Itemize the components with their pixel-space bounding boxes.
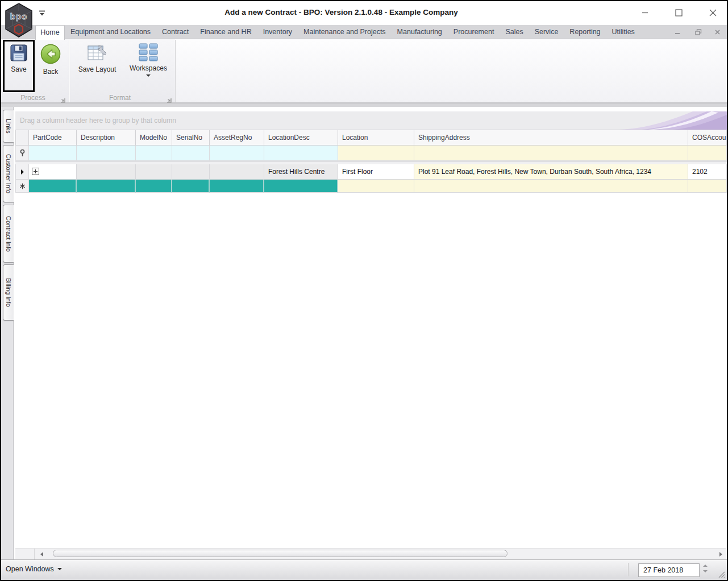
new-cell-location[interactable] [338,180,414,193]
close-button[interactable] [701,5,724,20]
tab-procurement[interactable]: Procurement [448,25,500,39]
app-window: bpo Add a new Contract - BPO: Version 2.… [0,0,728,581]
maximize-button[interactable] [667,5,690,20]
column-header-partcode[interactable]: PartCode [29,130,77,146]
ribbon: Save Back Save Layout [1,39,727,103]
back-button[interactable]: Back [35,41,66,76]
cell-cosaccount[interactable]: 2102 [688,164,727,180]
sidebar-tab-customer-info[interactable]: Customer Info [3,145,14,202]
bpo-logo-text: bpo [10,11,28,21]
ribbon-bottom-edge [1,103,727,107]
column-header-description[interactable]: Description [77,130,136,146]
sidebar-tab-links[interactable]: Links [3,110,14,143]
cell-location[interactable]: First Floor [338,164,414,180]
document-close-button[interactable] [712,25,723,39]
new-cell-shippingaddress[interactable] [414,180,688,193]
sidebar-tab-billing-info[interactable]: Billing Info [3,264,14,321]
tab-utilities[interactable]: Utilities [606,25,640,39]
tab-contract[interactable]: Contract [156,25,194,39]
new-cell-description[interactable] [77,180,136,193]
filter-cell-partcode[interactable] [29,146,77,161]
save-button-label: Save [11,65,26,73]
current-row-arrow-icon [20,169,24,175]
open-windows-label: Open Windows [6,565,54,573]
column-header-modelno[interactable]: ModelNo [136,130,172,146]
column-header-locationdesc[interactable]: LocationDesc [264,130,338,146]
scrollbar-right-arrow[interactable] [719,552,722,557]
document-restore-icon [695,29,702,35]
back-button-label: Back [43,68,59,76]
tab-sales[interactable]: Sales [500,25,529,39]
quick-access-dropdown-icon[interactable] [38,9,46,16]
new-item-row [15,180,727,193]
format-dialog-launcher-icon[interactable] [167,95,172,100]
new-cell-modelno[interactable] [136,180,172,193]
tab-manufacturing[interactable]: Manufacturing [392,25,448,39]
cell-assetregno[interactable] [210,164,264,180]
column-header-serialno[interactable]: SerialNo [172,130,210,146]
filter-cell-description[interactable] [77,146,136,161]
new-cell-cosaccount[interactable] [688,180,727,193]
tab-reporting[interactable]: Reporting [564,25,606,39]
new-cell-locationdesc[interactable] [264,180,338,193]
filter-cell-cosaccount[interactable] [688,146,727,161]
maximize-icon [675,9,683,16]
filter-cell-shippingaddress[interactable] [414,146,688,161]
ribbon-tab-list: Equipment and Locations Contract Finance… [65,25,663,39]
save-layout-button[interactable]: Save Layout [73,41,121,73]
new-cell-serialno[interactable] [172,180,210,193]
save-button[interactable]: Save [5,41,33,73]
spinner-up-icon[interactable] [703,565,708,567]
filter-row-indicator-cell [15,146,29,161]
document-restore-button[interactable] [691,25,706,39]
panel-swoosh-decoration [619,111,727,130]
tab-home[interactable]: Home [35,25,65,40]
column-header-cosaccount[interactable]: COSAccount [688,130,727,146]
column-header-shippingaddress[interactable]: ShippingAddress [414,130,688,146]
new-cell-partcode[interactable] [29,180,77,193]
date-field[interactable]: 27 Feb 2018 [638,563,700,577]
filter-cell-assetregno[interactable] [210,146,264,161]
grid-header-row: PartCode Description ModelNo SerialNo As… [15,130,727,146]
title-bar: bpo Add a new Contract - BPO: Version 2.… [1,1,727,25]
tab-maintenance-and-projects[interactable]: Maintenance and Projects [298,25,392,39]
cell-shippingaddress[interactable]: Plot 91 Leaf Road, Forest Hills, New Tow… [414,164,688,180]
filter-cell-locationdesc[interactable] [264,146,338,161]
grid-filter-row [15,146,727,161]
close-icon [709,9,717,16]
chevron-down-icon [146,74,151,77]
spinner-down-icon[interactable] [703,570,708,572]
horizontal-scrollbar[interactable] [15,548,726,559]
tab-inventory[interactable]: Inventory [257,25,298,39]
cell-description[interactable] [77,164,136,180]
tab-service[interactable]: Service [529,25,564,39]
tab-finance-and-hr[interactable]: Finance and HR [194,25,257,39]
save-layout-icon [87,43,107,63]
filter-cell-modelno[interactable] [136,146,172,161]
scrollbar-left-arrow[interactable] [40,552,43,557]
ribbon-tab-bar: Home Equipment and Locations Contract Fi… [1,25,727,39]
document-minimize-button[interactable] [672,25,683,39]
cell-modelno[interactable] [136,164,172,180]
process-group-label: Process [1,94,65,102]
workspaces-button[interactable]: Workspaces [122,41,174,77]
tab-equipment-and-locations[interactable]: Equipment and Locations [65,25,156,39]
group-by-panel[interactable]: Drag a column header here to group by th… [15,111,727,130]
new-cell-assetregno[interactable] [210,180,264,193]
cell-serialno[interactable] [172,164,210,180]
sidebar-tab-contract-info[interactable]: Contract Info [3,205,14,263]
column-header-assetregno[interactable]: AssetRegNo [210,130,264,146]
equipment-grid: Drag a column header here to group by th… [14,107,727,561]
cell-locationdesc[interactable]: Forest Hills Centre [264,164,338,180]
resize-grip-icon[interactable] [718,571,725,578]
filter-cell-location[interactable] [338,146,414,161]
row-expand-icon[interactable] [32,168,39,175]
window-title: Add a new Contract - BPO: Version 2.1.0.… [69,8,613,16]
minimize-button[interactable] [634,5,656,20]
column-header-location[interactable]: Location [338,130,414,146]
filter-cell-serialno[interactable] [172,146,210,161]
process-dialog-launcher-icon[interactable] [60,95,65,100]
open-windows-dropdown[interactable]: Open Windows [6,565,62,573]
scrollbar-thumb[interactable] [53,550,507,557]
cell-partcode[interactable] [29,164,77,180]
